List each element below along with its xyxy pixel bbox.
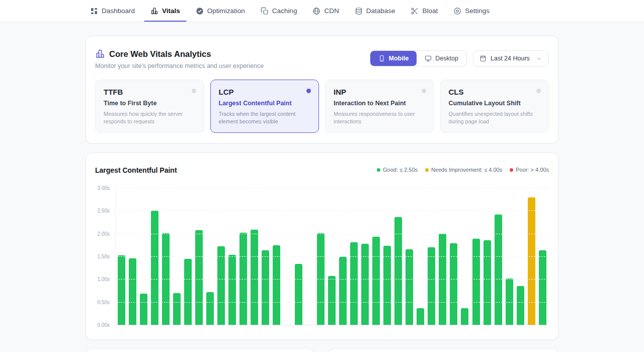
device-toggle: MobileDesktop <box>370 50 467 66</box>
lcp-bar[interactable] <box>262 250 269 325</box>
chevron-down-icon <box>536 55 542 62</box>
vitals-icon <box>95 49 105 59</box>
legend-dot <box>425 168 429 172</box>
nav-item-label: Bloat <box>422 7 438 15</box>
y-axis-tick-label: 1.00s <box>98 276 110 282</box>
lcp-bar[interactable] <box>372 237 380 325</box>
lcp-bar[interactable] <box>539 250 546 325</box>
lcp-bar[interactable] <box>383 246 391 325</box>
lcp-bar[interactable] <box>184 259 192 325</box>
nav-item-label: Database <box>366 7 395 15</box>
lcp-bar[interactable] <box>428 247 435 325</box>
date-range-select[interactable]: Last 24 Hours <box>473 50 549 66</box>
gridline <box>116 210 548 211</box>
metric-status-dot <box>306 89 311 93</box>
lcp-bar[interactable] <box>118 255 125 325</box>
gridline <box>116 302 548 303</box>
nav-item-database[interactable]: Database <box>348 0 402 22</box>
metric-card-inp[interactable]: INPInteraction to Next PaintMeasures res… <box>325 80 434 133</box>
metric-name: Interaction to Next Paint <box>334 100 426 107</box>
y-axis-tick-label: 2.50s <box>98 208 110 214</box>
settings-icon <box>453 7 461 15</box>
metric-card-ttfb[interactable]: TTFBTime to First ByteMeasures how quick… <box>95 80 204 133</box>
lcp-bar[interactable] <box>484 240 491 325</box>
lcp-bar[interactable] <box>251 230 258 325</box>
next-card-left-top-edge <box>86 348 314 352</box>
metric-card-lcp[interactable]: LCPLargest Contentful PaintTracks when t… <box>210 80 319 133</box>
lcp-bar[interactable] <box>206 292 214 325</box>
y-axis-tick-label: 2.00s <box>98 231 110 236</box>
toggle-label: Mobile <box>389 55 409 62</box>
lcp-bar[interactable] <box>328 276 336 325</box>
lcp-bar[interactable] <box>417 308 424 325</box>
metric-abbr: INP <box>334 88 426 96</box>
lcp-bar[interactable] <box>472 239 480 325</box>
lcp-bar[interactable] <box>406 249 413 325</box>
cdn-icon <box>312 7 320 15</box>
nav-item-label: Vitals <box>162 7 180 15</box>
lcp-bar[interactable] <box>495 215 502 325</box>
desktop-toggle-button[interactable]: Desktop <box>417 51 466 66</box>
header-controls: MobileDesktop Last 24 Hours <box>370 50 549 66</box>
lcp-bar[interactable] <box>217 246 225 325</box>
nav-item-caching[interactable]: Caching <box>254 0 304 22</box>
legend-label: Needs Improvement: ≤ 4.00s <box>431 167 502 173</box>
dashboard-icon <box>90 7 98 15</box>
y-axis-tick-label: 0.50s <box>98 299 110 305</box>
lcp-bar[interactable] <box>450 243 457 325</box>
metric-card-row: TTFBTime to First ByteMeasures how quick… <box>95 80 549 132</box>
metric-description: Measures responsiveness to user interact… <box>334 110 426 125</box>
legend-label: Good: ≤ 2.50s <box>383 167 418 173</box>
vitals-icon <box>150 7 158 15</box>
metric-description: Measures how quickly the server responds… <box>104 110 196 125</box>
metric-description: Quantifies unexpected layout shifts duri… <box>449 110 541 125</box>
calendar-icon <box>479 55 487 62</box>
legend-dot <box>510 168 513 172</box>
page-title: Core Web Vitals Analytics <box>109 49 211 59</box>
metric-card-cls[interactable]: CLSCumulative Layout ShiftQuantifies une… <box>440 80 549 133</box>
lcp-bar[interactable] <box>273 245 280 325</box>
page-subtitle: Monitor your site's performance metrics … <box>95 62 264 69</box>
nav-item-cdn[interactable]: CDN <box>306 0 345 22</box>
lcp-bar[interactable] <box>195 230 203 325</box>
page: { "nav": { "items": [ { "label": "Dashbo… <box>0 0 644 352</box>
lcp-bar[interactable] <box>517 286 524 325</box>
gridline <box>116 256 548 257</box>
chart-legend: Good: ≤ 2.50sNeeds Improvement: ≤ 4.00sP… <box>377 167 549 173</box>
lcp-bar[interactable] <box>151 210 158 325</box>
bloat-icon <box>411 7 419 15</box>
legend-label: Poor: > 4.00s <box>516 167 549 173</box>
legend-item: Poor: > 4.00s <box>510 167 549 173</box>
mobile-toggle-button[interactable]: Mobile <box>370 51 417 66</box>
lcp-bar[interactable] <box>528 197 535 325</box>
lcp-bar[interactable] <box>228 255 236 325</box>
nav-item-vitals[interactable]: Vitals <box>144 0 187 22</box>
nav-item-optimization[interactable]: Optimization <box>189 0 252 22</box>
mobile-icon <box>378 55 385 62</box>
y-axis-tick-label: 3.00s <box>98 185 110 191</box>
lcp-bar[interactable] <box>350 242 358 325</box>
nav-item-label: Dashboard <box>102 7 135 15</box>
lcp-bar[interactable] <box>173 293 181 325</box>
nav-item-dashboard[interactable]: Dashboard <box>84 0 141 22</box>
lcp-bar[interactable] <box>339 257 347 325</box>
nav-item-label: Settings <box>465 7 490 15</box>
nav-item-bloat[interactable]: Bloat <box>404 0 444 22</box>
lcp-bar[interactable] <box>361 244 369 325</box>
lcp-bar[interactable] <box>129 258 136 325</box>
lcp-bar[interactable] <box>140 294 147 325</box>
metric-abbr: LCP <box>219 88 311 96</box>
lcp-bar[interactable] <box>461 308 468 325</box>
next-card-right-top-edge <box>329 348 558 352</box>
date-range-value: Last 24 Hours <box>491 55 530 62</box>
gridline <box>116 188 548 188</box>
nav-item-settings[interactable]: Settings <box>447 0 496 22</box>
metric-name: Cumulative Layout Shift <box>449 100 541 107</box>
top-nav: DashboardVitalsOptimizationCachingCDNDat… <box>0 0 644 22</box>
gridline <box>116 234 548 234</box>
metric-status-dot <box>536 89 541 93</box>
top-nav-items: DashboardVitalsOptimizationCachingCDNDat… <box>84 0 499 22</box>
lcp-bar[interactable] <box>295 264 302 325</box>
database-icon <box>355 7 363 15</box>
metric-status-dot <box>422 89 426 93</box>
